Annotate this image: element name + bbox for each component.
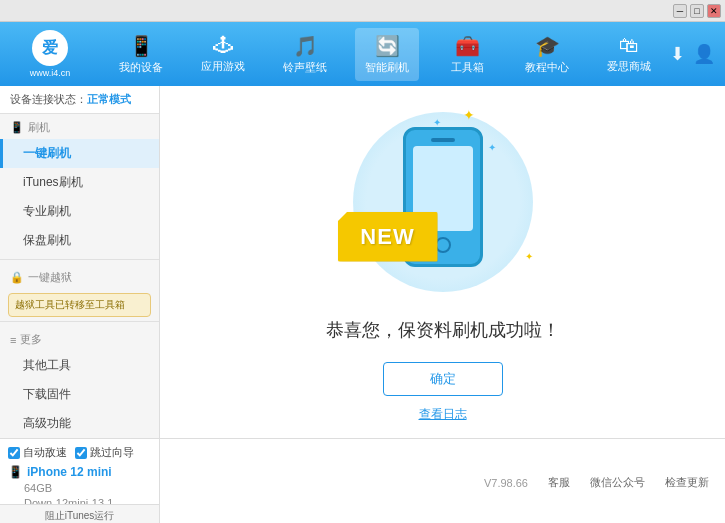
window-controls: ─ □ ✕ [673,4,721,18]
success-illustration: NEW ✦ ✦ ✦ ✦ [333,102,553,302]
options-checkboxes: 自动敌速 跳过向导 [8,445,151,460]
nav-smart-flash[interactable]: 🔄 智能刷机 [355,28,419,81]
support-link[interactable]: 客服 [548,475,570,490]
nav-apps-games-label: 应用游戏 [201,59,245,74]
close-button[interactable]: ✕ [707,4,721,18]
lock-icon: 🔒 [10,271,24,284]
nav-toolbox-label: 工具箱 [451,60,484,75]
more-section-label: 更多 [20,332,42,347]
device-name: 📱 iPhone 12 mini [8,465,151,479]
nav-apps-games[interactable]: 🕹 应用游戏 [191,28,255,81]
content-area: NEW ✦ ✦ ✦ ✦ 恭喜您，保资料刷机成功啦！ 确定 查看日志 [160,86,725,438]
new-banner: NEW [338,212,438,272]
my-device-icon: 📱 [129,34,154,58]
tutorial-icon: 🎓 [535,34,560,58]
sidebar-item-itunes-flash[interactable]: iTunes刷机 [0,168,159,197]
jailbreak-section-label: 一键越狱 [28,270,72,285]
status-value: 正常模式 [87,93,131,105]
sidebar-divider-1 [0,259,159,260]
wechat-link[interactable]: 微信公众号 [590,475,645,490]
skip-wizard-label: 跳过向导 [90,445,134,460]
new-banner-text: NEW [360,224,414,250]
diary-link[interactable]: 查看日志 [419,406,467,423]
stop-itunes-button[interactable]: 阻止iTunes运行 [0,504,160,523]
main-layout: 设备连接状态：正常模式 📱 刷机 一键刷机 iTunes刷机 专业刷机 保盘刷机… [0,86,725,438]
nav-tutorial-label: 教程中心 [525,60,569,75]
sidebar-divider-2 [0,321,159,322]
download-button[interactable]: ⬇ [670,43,685,65]
section-flash-title: 📱 刷机 [0,114,159,139]
toolbox-icon: 🧰 [455,34,480,58]
phone-speaker [431,138,455,142]
banner-shape: NEW [338,212,438,262]
nav-smart-flash-label: 智能刷机 [365,60,409,75]
device-status-bar: 设备连接状态：正常模式 [0,86,159,114]
nav-my-device-label: 我的设备 [119,60,163,75]
header: 爱 www.i4.cn 📱 我的设备 🕹 应用游戏 🎵 铃声壁纸 🔄 智能刷机 … [0,22,725,86]
status-label: 设备连接状态： [10,93,87,105]
minimize-button[interactable]: ─ [673,4,687,18]
auto-flash-checkbox[interactable]: 自动敌速 [8,445,67,460]
sidebar-item-advanced[interactable]: 高级功能 [0,409,159,438]
sidebar: 设备连接状态：正常模式 📱 刷机 一键刷机 iTunes刷机 专业刷机 保盘刷机… [0,86,160,438]
user-button[interactable]: 👤 [693,43,715,65]
skip-wizard-checkbox[interactable]: 跳过向导 [75,445,134,460]
section-jailbreak-title: 🔒 一键越狱 [0,264,159,289]
device-name-text: iPhone 12 mini [27,465,112,479]
title-bar: ─ □ ✕ [0,0,725,22]
nav-my-device[interactable]: 📱 我的设备 [109,28,173,81]
sidebar-item-pro-flash[interactable]: 专业刷机 [0,197,159,226]
section-more-title: ≡ 更多 [0,326,159,351]
confirm-button[interactable]: 确定 [383,362,503,396]
logo-icon: 爱 [32,30,68,66]
check-update-link[interactable]: 检查更新 [665,475,709,490]
header-right: ⬇ 👤 [670,43,715,65]
sparkle-3: ✦ [433,117,441,128]
device-storage: 64GB [8,482,151,494]
success-title: 恭喜您，保资料刷机成功啦！ [326,318,560,342]
ringtones-icon: 🎵 [293,34,318,58]
skip-wizard-input[interactable] [75,447,87,459]
sparkle-2: ✦ [488,142,496,153]
nav-bar: 📱 我的设备 🕹 应用游戏 🎵 铃声壁纸 🔄 智能刷机 🧰 工具箱 🎓 教程中心… [100,28,670,81]
sidebar-item-one-key-flash[interactable]: 一键刷机 [0,139,159,168]
auto-flash-input[interactable] [8,447,20,459]
nav-mall[interactable]: 🛍 爱思商城 [597,28,661,81]
device-phone-icon: 📱 [8,465,23,479]
maximize-button[interactable]: □ [690,4,704,18]
version-label: V7.98.66 [484,477,528,489]
mall-icon: 🛍 [619,34,639,57]
sidebar-item-other-tools[interactable]: 其他工具 [0,351,159,380]
nav-ringtones[interactable]: 🎵 铃声壁纸 [273,28,337,81]
auto-flash-label: 自动敌速 [23,445,67,460]
nav-toolbox[interactable]: 🧰 工具箱 [437,28,497,81]
flash-section-label: 刷机 [28,120,50,135]
jailbreak-notice: 越狱工具已转移至工具箱 [8,293,151,317]
more-section-icon: ≡ [10,334,16,346]
bottom-area: 自动敌速 跳过向导 📱 iPhone 12 mini 64GB Down-12m… [0,438,725,523]
apps-games-icon: 🕹 [213,34,233,57]
smart-flash-icon: 🔄 [375,34,400,58]
nav-tutorial[interactable]: 🎓 教程中心 [515,28,579,81]
sparkle-1: ✦ [463,107,475,123]
logo-url: www.i4.cn [30,68,71,78]
nav-mall-label: 爱思商城 [607,59,651,74]
sidebar-item-save-flash[interactable]: 保盘刷机 [0,226,159,255]
sparkle-4: ✦ [525,251,533,262]
logo[interactable]: 爱 www.i4.cn [10,29,90,79]
footer-links: V7.98.66 客服 微信公众号 检查更新 [160,439,725,523]
sidebar-item-download-firmware[interactable]: 下载固件 [0,380,159,409]
nav-ringtones-label: 铃声壁纸 [283,60,327,75]
flash-section-icon: 📱 [10,121,24,134]
